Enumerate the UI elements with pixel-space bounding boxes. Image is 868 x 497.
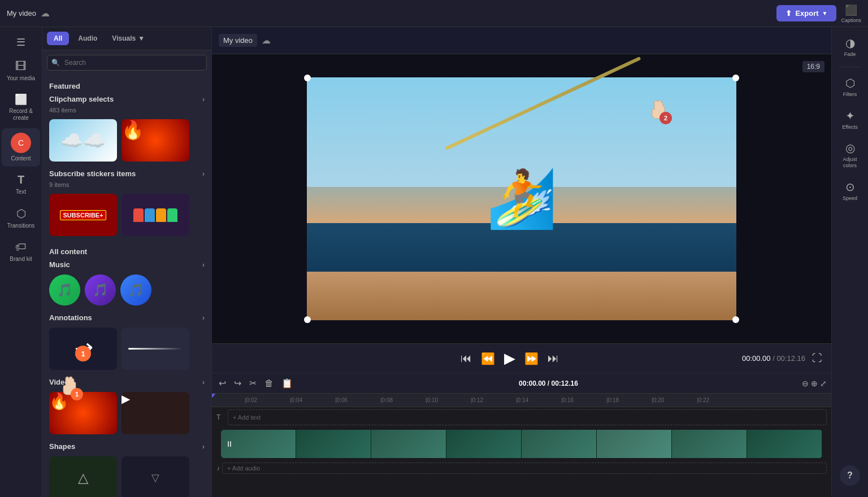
music-section-header[interactable]: Music › [42,259,211,272]
shape-thumb-2[interactable]: ▽ [121,456,189,497]
subscribe-sticker-thumb-2[interactable] [121,194,189,236]
music-thumb-1[interactable]: 🎵 [49,274,80,306]
timeline-toolbar: ↩ ↪ ✂ 🗑 📋 00:00.00 / 00:12.16 ⊖ ⊕ ⤢ [212,373,831,394]
sidebar-item-text[interactable]: T Text [2,169,40,200]
time-display: 00:00.00 / 00:12.16 [742,354,805,363]
clipchamp-selects-header[interactable]: Clipchamp selects › [42,94,211,107]
annotations-section-header[interactable]: Annotations › [42,312,211,325]
clipchamp-thumb-1[interactable]: ☁️☁️ [49,119,117,162]
sidebar-item-label-brand-kit: Brand kit [10,256,32,263]
music-chevron: › [202,261,205,269]
zoom-out-button[interactable]: ⊖ [802,379,809,388]
add-audio-track[interactable]: + Add audio [222,463,827,474]
skip-back-button[interactable]: ⏮ [461,352,472,365]
video-area: My video ☁ ⤢ ⬜ ↩ ↔ ↕ ✂ 🎨 [212,27,831,497]
sand-bg [307,272,736,320]
shape-thumb-1[interactable]: △ [49,456,117,497]
sidebar-item-brand-kit[interactable]: 🏷 Brand kit [2,236,40,267]
speed-panel-item[interactable]: ⊙ Speed [834,176,866,206]
cut-button[interactable]: ✂ [247,376,259,391]
text-icon: T [18,173,24,186]
subscribe-stickers-header[interactable]: Subscribe stickers items › [42,168,211,181]
play-button[interactable]: ▶ [504,350,515,367]
video-thumb-1[interactable]: 🔥 [49,392,117,434]
speed-icon: ⊙ [845,180,855,194]
fullscreen-button[interactable]: ⛶ [812,352,822,364]
undo-button[interactable]: ↩ [216,376,228,391]
all-content-header[interactable]: All content [42,243,211,259]
sidebar-item-transitions[interactable]: ⬡ Transitions [2,202,40,234]
music-thumb-3[interactable]: 🎵 [120,274,151,306]
filters-panel-item[interactable]: ⬡ Filters [834,72,866,102]
subscribe-stickers-label: Subscribe stickers items [49,169,136,178]
captions-button[interactable]: ⬛ Captions [841,4,861,23]
rewind-button[interactable]: ⏪ [481,352,495,365]
video-canvas: 🏄 [307,77,736,320]
corner-handle-tr[interactable] [732,75,739,81]
zoom-controls: ⊖ ⊕ ⤢ [802,379,827,388]
corner-handle-bl[interactable] [304,316,311,323]
tab-all[interactable]: All [47,32,69,45]
bell-colors [133,208,177,222]
ruler-mark-5: |0:10 [426,397,471,403]
sidebar-item-record-create[interactable]: ⬜ Record &create [2,89,40,126]
effects-panel-item[interactable]: ✦ Effects [834,104,866,135]
shapes-grid: △ ▽ [42,454,211,497]
aspect-ratio-badge[interactable]: 16:9 [802,61,824,72]
ruler-mark-6: |0:12 [471,397,516,403]
sidebar-item-label-text: Text [16,189,26,195]
clipchamp-thumb-2[interactable]: 🔥 [121,119,189,162]
media-icon: 🎞 [15,60,27,73]
ruler-mark-4: |0:08 [380,397,426,403]
clipchamp-count-text: 483 items [49,107,76,114]
visuals-dropdown-icon: ▼ [138,34,145,42]
videos-label: Videos [49,378,73,386]
music-thumb-2[interactable]: 🎵 [85,274,116,306]
filters-icon: ⬡ [845,76,855,90]
tab-visuals[interactable]: Visuals ▼ [106,32,150,45]
sidebar-item-content[interactable]: C Content [2,128,40,167]
subscribe-badge: SUBSCRIBE+ [60,210,106,220]
help-button[interactable]: ? [840,465,860,486]
clipchamp-selects-count: 483 items [42,107,211,117]
add-text-track[interactable]: + Add text [228,409,827,425]
cloud-emoji: ☁️☁️ [60,130,106,151]
delete-button[interactable]: 🗑 [262,376,276,391]
filters-label: Filters [843,91,857,98]
subscribe-sticker-thumb-1[interactable]: SUBSCRIBE+ [49,194,117,236]
search-input[interactable] [47,55,207,71]
video-thumb-2[interactable]: ▶ [121,392,189,434]
tab-audio[interactable]: Audio [71,32,104,45]
sidebar-item-label-content: Content [11,155,31,162]
frame-6 [597,430,672,458]
cursor-indicator-1: 1 [75,346,91,361]
copy-button[interactable]: 📋 [279,376,295,391]
videos-section-header[interactable]: Videos › [42,377,211,390]
left-sidebar: ☰ 🎞 Your media ⬜ Record &create C Conten… [0,27,42,497]
fade-panel-item[interactable]: ◑ Fade [834,32,866,62]
video-track[interactable]: ⏸ [221,430,822,458]
skip-forward-button[interactable]: ⏭ [548,352,559,365]
videos-chevron: › [202,378,205,386]
video-tab[interactable]: My video [219,34,257,47]
export-dropdown-icon: ▼ [822,10,828,16]
annotation-thumb-2[interactable] [121,328,189,370]
zoom-in-button[interactable]: ⊕ [811,379,818,388]
frame-3 [371,430,446,458]
redo-button[interactable]: ↪ [232,376,244,391]
ruler-mark-10: |0:20 [652,397,697,403]
fast-forward-button[interactable]: ⏩ [524,352,539,365]
sidebar-item-label-record: Record &create [9,108,33,121]
corner-handle-br[interactable] [732,316,739,323]
music-label: Music [49,260,70,269]
sidebar-item-your-media[interactable]: 🎞 Your media [2,55,40,86]
fit-view-button[interactable]: ⤢ [820,379,827,388]
export-button[interactable]: ⬆ Export ▼ [776,5,836,21]
corner-handle-tl[interactable] [304,75,311,81]
adjust-colors-panel-item[interactable]: ◎ Adjustcolors [834,137,866,173]
featured-section-header[interactable]: Featured [42,77,211,94]
effects-icon: ✦ [845,109,855,123]
ruler-mark-9: |0:18 [606,397,652,403]
hamburger-menu[interactable]: ☰ [12,32,30,53]
shapes-section-header[interactable]: Shapes › [42,441,211,454]
